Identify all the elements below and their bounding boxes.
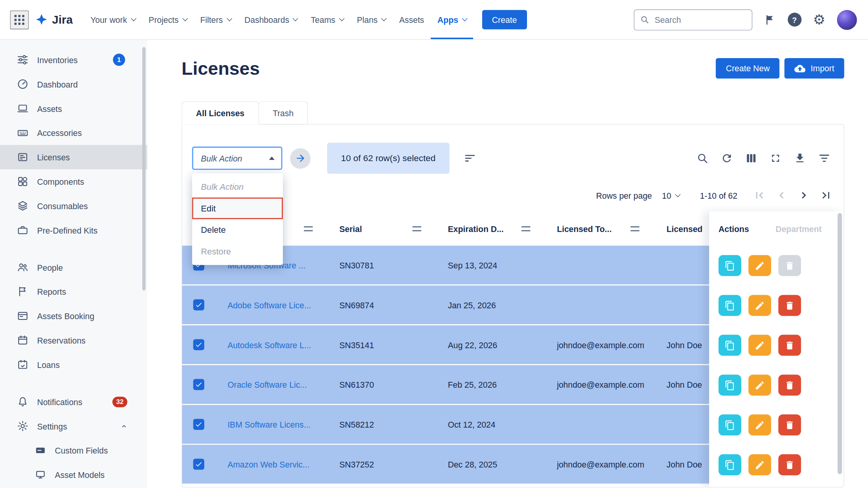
help-button[interactable]: ? [787, 13, 801, 27]
last-page-button[interactable] [819, 189, 832, 202]
license-name-link[interactable]: Autodesk Software L... [227, 340, 311, 349]
settings-button[interactable]: ⚙ [813, 13, 825, 27]
row-checkbox[interactable] [193, 419, 205, 430]
sidebar-scrollbar[interactable] [142, 47, 146, 290]
sidebar-item-assets[interactable]: Assets [0, 96, 147, 121]
cell-expiration: Aug 22, 2026 [434, 340, 542, 349]
refresh-button[interactable] [721, 152, 733, 164]
nav-dashboards[interactable]: Dashboards [238, 0, 304, 39]
bulk-action-select[interactable]: Bulk Action [192, 147, 282, 170]
column-drag-handle[interactable] [522, 226, 530, 231]
tab-trash[interactable]: Trash [259, 101, 308, 124]
keyboard-icon [17, 127, 29, 139]
nav-assets[interactable]: Assets [393, 0, 431, 39]
app-switcher-button[interactable] [10, 10, 29, 29]
next-page-button[interactable] [797, 189, 810, 202]
create-new-button[interactable]: Create New [716, 58, 780, 79]
edit-button[interactable] [748, 414, 771, 435]
filter-button[interactable] [818, 152, 830, 164]
delete-button[interactable] [778, 414, 801, 435]
sidebar-item-reservations[interactable]: Reservations [0, 328, 147, 352]
copy-button[interactable] [718, 295, 741, 316]
jira-logo-icon [34, 12, 49, 27]
download-icon [794, 152, 806, 164]
nav-teams[interactable]: Teams [304, 0, 350, 39]
license-name-link[interactable]: Amazon Web Servic... [227, 459, 310, 469]
chevron-up-icon [120, 422, 129, 431]
copy-button[interactable] [718, 375, 741, 395]
delete-button[interactable] [778, 335, 801, 356]
sidebar-item-inventories[interactable]: Inventories 1 [0, 48, 147, 72]
delete-button[interactable] [778, 295, 801, 316]
menu-item-edit[interactable]: Edit [192, 198, 283, 219]
copy-button[interactable] [718, 454, 741, 475]
nav-your-work[interactable]: Your work [84, 0, 142, 39]
row-checkbox[interactable] [193, 299, 205, 311]
column-drag-handle[interactable] [630, 226, 639, 231]
sidebar-item-pre-defined-kits[interactable]: Pre-Defined Kits [0, 218, 147, 242]
row-checkbox[interactable] [193, 339, 205, 351]
cell-serial: SN37252 [325, 459, 434, 469]
table-scrollbar[interactable] [837, 213, 842, 474]
delete-button[interactable] [778, 375, 801, 395]
sidebar-item-people[interactable]: People [0, 255, 147, 280]
nav-projects[interactable]: Projects [142, 0, 193, 39]
columns-button[interactable] [745, 152, 757, 164]
edit-button[interactable] [748, 375, 771, 395]
nav-plans[interactable]: Plans [350, 0, 393, 39]
last-page-icon [819, 189, 832, 202]
copy-button[interactable] [718, 414, 741, 435]
edit-button[interactable] [748, 255, 771, 276]
sidebar-item-loans[interactable]: Loans [0, 352, 147, 377]
search-input[interactable] [634, 9, 752, 30]
header-licensed-name: Licensed [666, 224, 703, 233]
license-name-link[interactable]: Oracle Software Lic... [227, 380, 307, 389]
license-name-link[interactable]: IBM Software Licens... [227, 420, 310, 429]
jira-logo[interactable]: Jira [34, 12, 73, 27]
table-search-button[interactable] [696, 152, 708, 164]
copy-button[interactable] [718, 335, 741, 356]
nav-filters[interactable]: Filters [194, 0, 238, 39]
monitor-icon [34, 469, 46, 481]
apply-bulk-action-button[interactable] [290, 148, 311, 168]
sidebar-item-asset-models[interactable]: Asset Models [0, 462, 147, 487]
sidebar-item-assets-booking[interactable]: Assets Booking [0, 304, 147, 328]
download-button[interactable] [794, 152, 806, 164]
edit-button[interactable] [748, 295, 771, 316]
row-checkbox[interactable] [193, 459, 205, 470]
fullscreen-button[interactable] [770, 152, 782, 164]
nav-apps[interactable]: Apps [431, 0, 473, 39]
sidebar-item-accessories[interactable]: Accessories [0, 120, 147, 145]
sort-icon [464, 152, 476, 164]
gauge-icon [17, 78, 29, 90]
sidebar-item-reports[interactable]: Reports [0, 279, 147, 304]
create-button[interactable]: Create [482, 10, 527, 29]
copy-icon [725, 380, 735, 390]
rows-per-page-select[interactable]: 10 [662, 191, 680, 200]
main-content: Licenses Create New Import All Licenses … [147, 40, 868, 488]
sidebar-item-licenses[interactable]: Licenses [0, 145, 147, 169]
license-name-link[interactable]: Adobe Software Lice... [227, 300, 311, 309]
sort-lines-button[interactable] [464, 152, 476, 164]
delete-button[interactable] [778, 454, 801, 475]
announcements-button[interactable] [764, 14, 776, 26]
sidebar-item-dashboard[interactable]: Dashboard [0, 72, 147, 96]
edit-button[interactable] [748, 454, 771, 475]
import-button[interactable]: Import [785, 58, 844, 79]
column-drag-handle[interactable] [412, 226, 421, 231]
sidebar-item-custom-fields[interactable]: Custom Fields [0, 438, 147, 462]
sidebar-item-consumables[interactable]: Consumables [0, 194, 147, 218]
help-icon: ? [787, 13, 801, 27]
menu-item-delete[interactable]: Delete [192, 219, 283, 241]
copy-button[interactable] [718, 255, 741, 276]
sidebar-item-notifications[interactable]: Notifications 32 [0, 390, 147, 414]
sidebar-item-settings[interactable]: Settings [0, 414, 147, 438]
previous-page-button [775, 189, 788, 202]
licenses-table-card: Bulk Action 10 of 62 row(s) selected [182, 124, 844, 488]
row-checkbox[interactable] [193, 379, 205, 390]
edit-button[interactable] [748, 335, 771, 356]
sidebar-item-components[interactable]: Components [0, 169, 147, 194]
tab-all-licenses[interactable]: All Licenses [182, 101, 259, 124]
column-drag-handle[interactable] [304, 226, 313, 231]
user-avatar[interactable] [837, 10, 857, 29]
